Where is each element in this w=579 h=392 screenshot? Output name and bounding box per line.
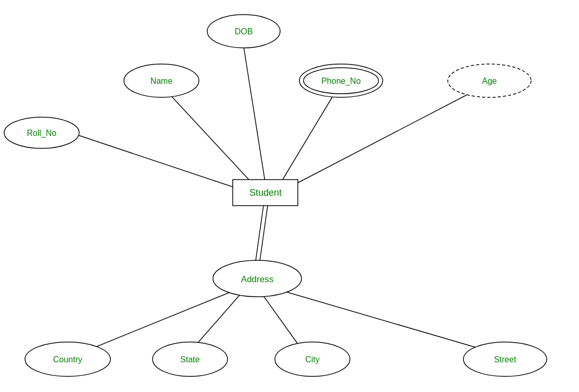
dob-label: DOB (235, 27, 253, 36)
city-label: City (305, 355, 320, 364)
svg-line-2 (279, 91, 336, 186)
svg-line-9 (260, 292, 302, 350)
svg-line-5 (255, 206, 263, 264)
state-label: State (180, 355, 199, 364)
phone-label: Phone_No (321, 77, 361, 86)
svg-line-7 (89, 289, 237, 350)
svg-line-3 (289, 88, 479, 187)
svg-line-10 (276, 289, 484, 350)
street-label: Street (494, 355, 517, 364)
svg-line-1 (167, 91, 255, 186)
rollno-label: Roll_No (27, 129, 57, 138)
svg-line-6 (259, 206, 268, 264)
svg-line-4 (75, 134, 250, 193)
country-label: Country (53, 355, 82, 364)
address-label: Address (241, 274, 273, 284)
age-label: Age (482, 77, 497, 85)
svg-line-8 (192, 290, 244, 350)
svg-line-0 (244, 47, 266, 185)
er-diagram: Student DOB Name Phone_No Age Roll_No Ad… (0, 0, 579, 392)
student-label: Student (249, 187, 282, 198)
name-label: Name (150, 77, 173, 85)
